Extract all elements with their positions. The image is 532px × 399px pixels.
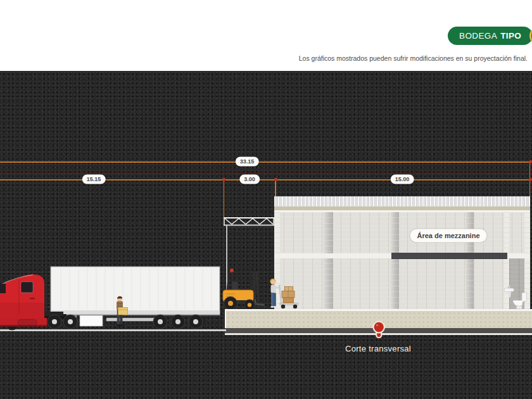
- disclaimer-text: Los gráficos mostrados pueden sufrir mod…: [299, 54, 528, 62]
- toilet-icon: [503, 284, 529, 309]
- wall-column: [391, 212, 399, 309]
- dimension-endpoint-dot: [529, 160, 532, 163]
- dim-label-approach: 15.15: [82, 175, 106, 184]
- dimension-endpoint-dot: [529, 178, 532, 181]
- bodega-tipo-badge[interactable]: BODEGA TIPO: [448, 27, 532, 45]
- dimension-endpoint-dot: [222, 178, 225, 181]
- dimension-endpoint-dot: [274, 178, 277, 181]
- badge-label-bold: TIPO: [500, 31, 521, 41]
- corte-transversal-label: Corte transversal: [315, 344, 441, 353]
- page-root: BODEGA TIPO Los gráficos mostrados puede…: [0, 0, 532, 399]
- truss-canopy-icon: [223, 216, 276, 227]
- worker-pushing-cart-icon: [266, 277, 301, 309]
- sink-icon: [504, 286, 514, 298]
- dimension-extension-line: [275, 179, 276, 197]
- dim-label-warehouse: 15.00: [391, 175, 414, 184]
- dimension-line-total: [0, 162, 530, 163]
- location-pin-icon[interactable]: [369, 319, 389, 343]
- dimension-guide-line: [0, 172, 532, 173]
- top-bar: BODEGA TIPO Los gráficos mostrados puede…: [0, 0, 532, 71]
- mezzanine-area-label: Área de mezzanine: [410, 229, 486, 243]
- badge-label: BODEGA: [459, 31, 497, 41]
- wall-column: [466, 212, 474, 309]
- mezzanine-slab: [391, 253, 507, 259]
- dim-label-total: 33.15: [236, 157, 259, 167]
- scene-illustration: 33.15 15.15 3.00 15.00 Área de mezzanine…: [0, 71, 532, 399]
- dim-label-canopy: 3.00: [239, 175, 260, 184]
- roof-parapet: [274, 196, 530, 206]
- warehouse-building: [274, 196, 530, 309]
- worker-carrying-box-icon: [113, 295, 133, 328]
- dimension-line-row: [0, 179, 530, 180]
- wall-column: [324, 212, 333, 309]
- brick-wall: [274, 212, 530, 309]
- dimension-extension-line: [224, 179, 225, 219]
